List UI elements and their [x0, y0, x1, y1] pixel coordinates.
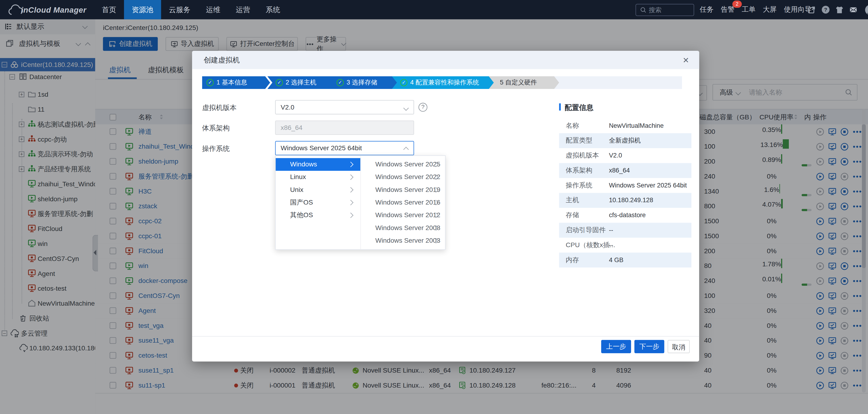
chevron-right-icon	[348, 162, 353, 167]
step-label: 4 配置兼容性和操作系统	[410, 78, 479, 87]
config-label: 启动引导固件	[566, 223, 606, 238]
nav-quick-links: 任务告警2工单大屏使用向导	[700, 0, 811, 20]
panel-accent-bar	[559, 103, 561, 111]
config-value: Windows Server 2025 64bit	[609, 178, 687, 193]
arch-field: x86_64	[275, 120, 414, 135]
step-label: 5 自定义硬件	[500, 78, 537, 87]
chevron-down-icon	[403, 105, 409, 111]
config-row: 配置类型全新虚拟机	[559, 133, 691, 148]
avatar-icon[interactable]	[865, 4, 868, 15]
step-label: 1 基本信息	[216, 78, 247, 87]
wizard-step-4[interactable]: ✓4 配置兼容性和操作系统	[392, 76, 496, 89]
wizard-step-1[interactable]: ✓1 基本信息	[202, 76, 270, 89]
nav-item[interactable]: 系统	[258, 0, 288, 20]
nav-menu: 首页资源池云服务运维运营系统	[94, 0, 288, 20]
config-label: 主机	[566, 193, 579, 208]
config-row: 操作系统Windows Server 2025 64bit	[559, 178, 691, 193]
svg-text:?: ?	[824, 7, 827, 13]
config-row: 内存4 GB	[559, 252, 691, 268]
theme-icon[interactable]	[835, 5, 844, 14]
os-group-item[interactable]: Windows	[276, 158, 361, 171]
config-info-panel: 配置信息 名称NewVirtualMachine配置类型全新虚拟机虚拟机版本V2…	[559, 103, 691, 268]
modal-header: 创建虚拟机 ✕	[192, 51, 699, 69]
os-group-item[interactable]: 其他OS	[276, 209, 361, 221]
wizard-steps: ✓1 基本信息✓2 选择主机✓3 选择存储✓4 配置兼容性和操作系统5 自定义硬…	[202, 76, 682, 89]
app-logo: inCloud Manager	[6, 1, 86, 18]
help-icon[interactable]: ?	[821, 5, 830, 14]
close-icon[interactable]: ✕	[682, 56, 690, 65]
config-label: 名称	[566, 118, 579, 133]
config-label: 体系架构	[566, 163, 592, 178]
nav-item[interactable]: 资源池	[124, 0, 161, 20]
chevron-right-icon	[348, 212, 353, 218]
os-select[interactable]: Windows Server 2025 64bit	[275, 141, 414, 155]
config-label: CPU（核数x插...	[566, 238, 615, 253]
logo-text: inCloud Manager	[21, 5, 87, 14]
os-group-item[interactable]: Unix	[276, 183, 361, 196]
nav-link[interactable]: 告警2	[721, 5, 735, 14]
config-row: 启动引导固件--	[559, 223, 691, 238]
mail-icon[interactable]	[848, 5, 858, 14]
config-value: 4 GB	[609, 252, 623, 268]
config-label: 配置类型	[566, 133, 592, 148]
step-label: 2 选择主机	[286, 78, 316, 87]
nav-search-input[interactable]: 搜索	[636, 4, 694, 16]
config-value: NewVirtualMachine	[609, 118, 664, 133]
config-label: 内存	[566, 252, 579, 268]
os-version-item[interactable]: Windows Server 2025	[361, 158, 446, 171]
nav-item[interactable]: 云服务	[161, 0, 198, 20]
config-row: 存储cfs-datastore	[559, 208, 691, 223]
chevron-up-icon	[403, 147, 409, 152]
config-value: --	[609, 223, 613, 238]
next-step-button[interactable]: 下一步	[634, 340, 664, 353]
config-row: CPU（核数x插...--	[559, 238, 691, 253]
nav-link[interactable]: 大屏	[763, 5, 777, 14]
chevron-right-icon	[348, 174, 353, 180]
arch-label: 体系架构	[202, 124, 229, 133]
help-icon[interactable]: ?	[418, 103, 427, 112]
top-nav: inCloud Manager 首页资源池云服务运维运营系统 搜索 任务告警2工…	[0, 0, 868, 20]
step-label: 3 选择存储	[346, 78, 377, 87]
os-version-item[interactable]: Windows Server 2019	[361, 183, 446, 196]
alert-badge: 2	[732, 0, 742, 8]
page: 默认显示 虚拟机与模板 –iCenter(10.180.249.125)–Dat…	[0, 20, 868, 414]
prev-step-button[interactable]: 上一步	[601, 340, 631, 353]
nav-item[interactable]: 运维	[198, 0, 228, 20]
config-row: 名称NewVirtualMachine	[559, 118, 691, 133]
chevron-right-icon	[348, 200, 353, 205]
config-value: V2.0	[609, 148, 622, 163]
config-panel-title: 配置信息	[565, 103, 593, 113]
wizard-step-5[interactable]: 5 自定义硬件	[489, 76, 559, 89]
os-group-item[interactable]: 国产OS	[276, 196, 361, 209]
config-row: 体系架构x86_64	[559, 163, 691, 178]
config-value: cfs-datastore	[609, 208, 646, 223]
external-link-icon[interactable]	[807, 5, 816, 14]
create-vm-modal: 创建虚拟机 ✕ ✓1 基本信息✓2 选择主机✓3 选择存储✓4 配置兼容性和操作…	[192, 51, 699, 361]
config-label: 虚拟机版本	[566, 148, 599, 163]
modal-title: 创建虚拟机	[204, 51, 240, 69]
config-label: 存储	[566, 208, 579, 223]
config-value: x86_64	[609, 163, 630, 178]
os-version-item[interactable]: Windows Server 2012	[361, 209, 446, 221]
config-value: 全新虚拟机	[609, 133, 641, 148]
os-version-item[interactable]: Windows Server 2008	[361, 221, 446, 234]
vm-version-select[interactable]: V2.0	[275, 100, 414, 114]
os-group-item[interactable]: Linux	[276, 171, 361, 183]
wizard-step-2[interactable]: ✓2 选择主机	[267, 76, 335, 89]
os-version-item[interactable]: Windows Server 2022	[361, 171, 446, 183]
nav-item[interactable]: 首页	[94, 0, 124, 20]
os-version-item[interactable]: Windows Server 2003	[361, 234, 446, 247]
nav-link[interactable]: 任务	[700, 5, 714, 14]
os-version-item[interactable]: Windows Server 2016	[361, 196, 446, 209]
nav-icons: ?	[807, 0, 868, 20]
nav-item[interactable]: 运营	[228, 0, 258, 20]
cancel-button[interactable]: 取消	[668, 340, 690, 353]
config-value: --	[609, 238, 613, 253]
wizard-step-3[interactable]: ✓3 选择存储	[328, 76, 399, 89]
search-icon	[640, 6, 646, 13]
step-check-icon: ✓	[207, 79, 214, 87]
step-check-icon: ✓	[337, 79, 344, 87]
os-label: 操作系统	[202, 144, 229, 153]
nav-link[interactable]: 工单	[742, 5, 755, 14]
os-dropdown-menu: WindowsLinuxUnix国产OS其他OS Windows Server …	[275, 156, 445, 250]
